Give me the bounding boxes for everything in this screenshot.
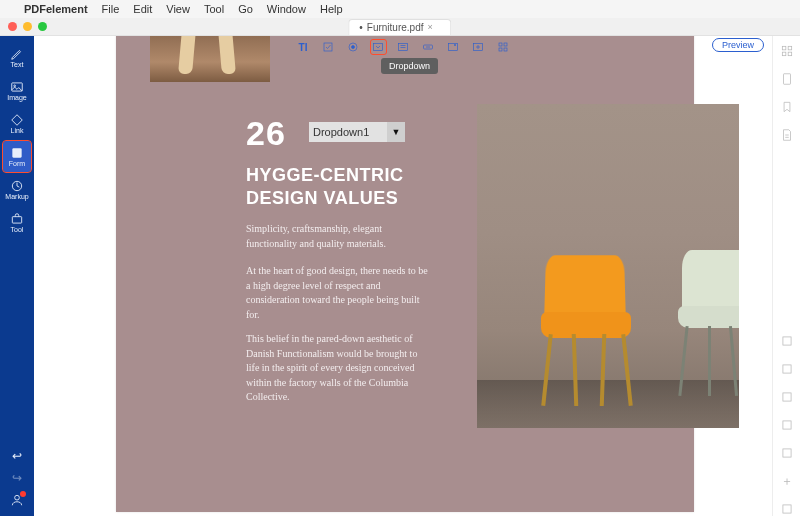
sidebar-item-tool[interactable]: Tool xyxy=(3,207,31,238)
sidebar-item-label: Tool xyxy=(11,226,24,233)
pencil-icon xyxy=(10,47,24,61)
menu-view[interactable]: View xyxy=(166,3,190,15)
sidebar-item-link[interactable]: Link xyxy=(3,108,31,139)
form-toolbar: TI xyxy=(34,36,772,58)
form-tool-image-field[interactable] xyxy=(470,39,487,55)
svg-rect-26 xyxy=(782,421,790,429)
sidebar-item-label: Text xyxy=(11,61,24,68)
svg-rect-9 xyxy=(374,44,383,51)
dropdown-value: Dropdown1 xyxy=(313,126,387,138)
close-tab-icon[interactable]: × xyxy=(427,22,432,32)
svg-rect-6 xyxy=(324,43,332,51)
svg-rect-14 xyxy=(499,43,502,46)
app-name[interactable]: PDFelement xyxy=(24,3,88,15)
window-titlebar: • Furniture.pdf × xyxy=(0,18,800,36)
right-attachment-icon[interactable] xyxy=(780,128,794,142)
form-dropdown-field[interactable]: Dropdown1 ▼ xyxy=(309,122,405,142)
right-tool-d-icon[interactable] xyxy=(780,418,794,432)
svg-rect-10 xyxy=(399,44,408,51)
form-tool-textfield[interactable]: TI xyxy=(295,39,312,55)
document-tab-title: Furniture.pdf xyxy=(367,22,424,33)
body-paragraph-1: Simplicity, craftsmanship, elegant funct… xyxy=(246,222,431,251)
svg-rect-12 xyxy=(449,44,458,51)
chevron-down-icon[interactable]: ▼ xyxy=(387,122,405,142)
chair-orange-illustration xyxy=(535,254,635,404)
sidebar-item-form[interactable]: Form xyxy=(3,141,31,172)
svg-rect-2 xyxy=(12,148,21,157)
right-tool-c-icon[interactable] xyxy=(780,390,794,404)
main-area: TI Prev xyxy=(34,36,800,516)
svg-rect-17 xyxy=(504,48,507,51)
body-paragraph-2: At the heart of good design, there needs… xyxy=(246,264,431,322)
right-pane: ＋ xyxy=(772,36,800,516)
form-tool-more[interactable] xyxy=(495,39,512,55)
checkbox-icon xyxy=(322,41,334,53)
document-tab[interactable]: • Furniture.pdf × xyxy=(348,19,451,35)
menu-edit[interactable]: Edit xyxy=(133,3,152,15)
redo-icon[interactable]: ↪ xyxy=(12,471,22,485)
radio-icon xyxy=(347,41,359,53)
svg-rect-4 xyxy=(12,217,21,223)
svg-rect-21 xyxy=(788,52,792,56)
svg-rect-27 xyxy=(782,449,790,457)
svg-rect-19 xyxy=(788,46,792,50)
right-tool-f-icon[interactable] xyxy=(780,502,794,516)
dropdown-icon xyxy=(372,41,384,53)
mac-menubar: PDFelement File Edit View Tool Go Window… xyxy=(0,0,800,18)
right-tool-e-icon[interactable] xyxy=(780,446,794,460)
svg-rect-25 xyxy=(782,393,790,401)
user-account-icon[interactable] xyxy=(10,493,24,510)
svg-rect-16 xyxy=(499,48,502,51)
sidebar-item-markup[interactable]: Markup xyxy=(3,174,31,205)
form-tool-button[interactable] xyxy=(420,39,437,55)
right-tool-b-icon[interactable] xyxy=(780,362,794,376)
sidebar-item-label: Link xyxy=(11,127,24,134)
decorative-photo-chairs xyxy=(477,104,739,428)
form-tool-radio[interactable] xyxy=(345,39,362,55)
svg-point-5 xyxy=(15,495,20,500)
menu-window[interactable]: Window xyxy=(267,3,306,15)
sidebar-item-label: Markup xyxy=(5,193,28,200)
svg-rect-24 xyxy=(782,365,790,373)
right-bookmark-icon[interactable] xyxy=(780,100,794,114)
form-tool-dropdown[interactable] xyxy=(370,39,387,55)
form-tool-sign[interactable] xyxy=(445,39,462,55)
right-page-icon[interactable] xyxy=(780,72,794,86)
form-tool-listbox[interactable] xyxy=(395,39,412,55)
image-icon xyxy=(10,80,24,94)
heading-line-2: DESIGN VALUES xyxy=(246,188,398,208)
right-thumbnails-icon[interactable] xyxy=(780,44,794,58)
undo-icon[interactable]: ↩ xyxy=(12,449,22,463)
image-field-icon xyxy=(472,41,484,53)
svg-point-8 xyxy=(352,46,355,49)
close-window-button[interactable] xyxy=(8,22,17,31)
sign-icon xyxy=(447,41,459,53)
button-icon xyxy=(422,41,434,53)
menu-go[interactable]: Go xyxy=(238,3,253,15)
right-tool-a-icon[interactable] xyxy=(780,334,794,348)
menu-tool[interactable]: Tool xyxy=(204,3,224,15)
menu-help[interactable]: Help xyxy=(320,3,343,15)
form-icon xyxy=(10,146,24,160)
form-tool-checkbox[interactable] xyxy=(320,39,337,55)
menu-file[interactable]: File xyxy=(102,3,120,15)
sidebar-item-text[interactable]: Text xyxy=(3,42,31,73)
svg-rect-28 xyxy=(782,505,790,513)
toolbox-icon xyxy=(10,212,24,226)
left-sidebar: Text Image Link Form Markup Tool ↩ ↪ xyxy=(0,36,34,516)
minimize-window-button[interactable] xyxy=(23,22,32,31)
listbox-icon xyxy=(397,41,409,53)
traffic-lights xyxy=(0,22,47,31)
link-icon xyxy=(10,113,24,127)
markup-icon xyxy=(10,179,24,193)
tooltip-dropdown: Dropdown xyxy=(381,58,438,74)
right-add-button[interactable]: ＋ xyxy=(780,474,794,488)
sidebar-item-label: Form xyxy=(9,160,25,167)
page-number-heading: 26 xyxy=(246,114,286,153)
doc-bullet: • xyxy=(359,22,363,33)
document-page[interactable]: 26 Dropdown1 ▼ HYGGE-CENTRIC DESIGN VALU… xyxy=(116,36,694,512)
heading-line-1: HYGGE-CENTRIC xyxy=(246,165,404,185)
maximize-window-button[interactable] xyxy=(38,22,47,31)
sidebar-item-image[interactable]: Image xyxy=(3,75,31,106)
svg-rect-23 xyxy=(782,337,790,345)
